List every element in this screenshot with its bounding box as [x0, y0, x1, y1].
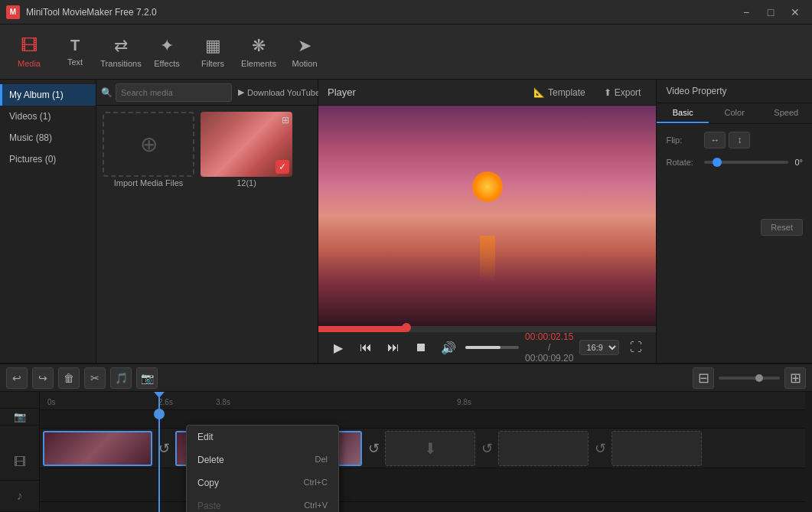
- volume-slider[interactable]: [465, 346, 519, 349]
- reset-button[interactable]: Reset: [761, 219, 803, 236]
- media-label: Media: [18, 59, 41, 68]
- video-sun-element: [472, 171, 503, 202]
- play-button[interactable]: ▶: [328, 337, 349, 358]
- toolbar-effects[interactable]: ✦ Effects: [144, 29, 190, 75]
- aspect-ratio-select[interactable]: 16:9 9:16 4:3 1:1: [579, 340, 619, 355]
- toolbar-text[interactable]: T Text: [52, 29, 98, 75]
- context-delete[interactable]: Delete Del: [187, 448, 338, 471]
- empty-arrow-1: ↺: [475, 431, 498, 466]
- context-menu: Edit Delete Del Copy Ctrl+C Paste Ctrl+V: [186, 425, 339, 512]
- media-toolbar: 🔍 ▶ Download YouTube Videos: [96, 80, 318, 106]
- empty-clip-3[interactable]: [611, 431, 702, 466]
- text-icon: T: [70, 37, 80, 54]
- snapshot-button[interactable]: 📷: [136, 367, 158, 389]
- elements-label: Elements: [241, 59, 276, 68]
- flip-horizontal-button[interactable]: ↔: [704, 132, 726, 148]
- transition-1[interactable]: ↺: [152, 431, 175, 466]
- template-button[interactable]: 📐 Template: [527, 84, 592, 101]
- sidebar-item-myalbum[interactable]: My Album (1): [0, 84, 96, 106]
- skip-forward-button[interactable]: ⏭: [383, 337, 404, 358]
- tab-basic[interactable]: Basic: [657, 103, 709, 123]
- app-title: MiniTool MovieMaker Free 7.2.0: [26, 7, 735, 18]
- time-separator: /: [548, 342, 550, 353]
- restore-button[interactable]: □: [760, 5, 781, 20]
- toolbar-elements[interactable]: ❋ Elements: [236, 29, 282, 75]
- toolbar-motion[interactable]: ➤ Motion: [282, 29, 328, 75]
- context-delete-shortcut: Del: [315, 455, 328, 465]
- template-icon: 📐: [533, 87, 545, 98]
- toolbar: 🎞 Media T Text ⇄ Transitions ✦ Effects ▦…: [0, 24, 812, 80]
- sidebar-item-music[interactable]: Music (88): [0, 127, 96, 148]
- close-button[interactable]: ✕: [784, 5, 806, 20]
- media-tile[interactable]: ⊞ ✓: [201, 112, 292, 177]
- tick-3-8s: 3.8s: [216, 398, 230, 406]
- video-clip-1[interactable]: [43, 431, 152, 466]
- music-icon: ♪: [17, 489, 23, 503]
- toolbar-media[interactable]: 🎞 Media: [6, 29, 52, 75]
- zoom-out-button[interactable]: ⊟: [693, 367, 714, 389]
- rotate-slider[interactable]: [704, 161, 788, 164]
- export-button[interactable]: ⬆ Export: [598, 84, 647, 101]
- zoom-in-button[interactable]: ⊞: [784, 367, 806, 389]
- player-progress-bar[interactable]: [318, 326, 656, 332]
- video-track: ↺ ↺ ⬇ ↺: [40, 429, 805, 468]
- audio-track: [40, 468, 805, 502]
- cut-button[interactable]: ✂: [84, 367, 106, 389]
- main-area: My Album (1) Videos (1) Music (88) Pictu…: [0, 80, 812, 363]
- effects-icon: ✦: [160, 36, 174, 56]
- video-reflection-element: [480, 236, 495, 282]
- sidebar-item-pictures[interactable]: Pictures (0): [0, 148, 96, 170]
- window-controls: − □ ✕: [735, 5, 806, 20]
- player-progress-thumb[interactable]: [402, 323, 411, 332]
- tab-color[interactable]: Color: [709, 103, 761, 123]
- player-actions: 📐 Template ⬆ Export: [527, 84, 647, 101]
- volume-button[interactable]: 🔊: [438, 337, 459, 358]
- media-panel: 🔍 ▶ Download YouTube Videos ⊕ Import Med…: [96, 80, 318, 363]
- props-content: Flip: ↔ ↕ Rotate: 0° Reset: [657, 124, 812, 243]
- media-check-mark: ✓: [276, 160, 289, 174]
- context-edit[interactable]: Edit: [187, 426, 338, 448]
- camera-icon: 📷: [14, 411, 26, 422]
- template-label: Template: [548, 87, 585, 98]
- text-label: Text: [67, 57, 83, 67]
- flip-vertical-button[interactable]: ↕: [729, 132, 750, 148]
- youtube-icon: ▶: [238, 87, 244, 97]
- export-label: Export: [615, 87, 641, 98]
- undo-button[interactable]: ↩: [6, 367, 28, 389]
- playhead[interactable]: [158, 392, 160, 512]
- flip-label: Flip:: [666, 135, 704, 145]
- fullscreen-button[interactable]: ⛶: [625, 337, 647, 358]
- sidebar-item-videos[interactable]: Videos (1): [0, 106, 96, 127]
- audio-button[interactable]: 🎵: [110, 367, 132, 389]
- context-delete-label: Delete: [197, 455, 224, 465]
- redo-button[interactable]: ↪: [32, 367, 54, 389]
- timeline-ruler: 0s 2.6s 3.8s 9.8s: [40, 392, 805, 410]
- context-copy-shortcut: Ctrl+C: [304, 478, 328, 488]
- toolbar-transitions[interactable]: ⇄ Transitions: [98, 29, 144, 75]
- context-copy[interactable]: Copy Ctrl+C: [187, 471, 338, 494]
- stop-button[interactable]: ⏹: [410, 337, 432, 358]
- context-paste-label: Paste: [197, 501, 221, 511]
- import-media-tile[interactable]: ⊕: [103, 112, 194, 177]
- empty-clip-1[interactable]: ⬇: [385, 431, 475, 466]
- minimize-button[interactable]: −: [735, 5, 757, 20]
- context-paste-shortcut: Ctrl+V: [304, 501, 328, 511]
- tab-speed[interactable]: Speed: [760, 103, 812, 123]
- timeline-track-icons: 📷 🎞 ♪: [0, 392, 40, 512]
- transition-2[interactable]: ↺: [362, 431, 385, 466]
- timeline-tracks: 0s 2.6s 3.8s 9.8s ↺: [40, 392, 812, 512]
- toolbar-filters[interactable]: ▦ Filters: [190, 29, 236, 75]
- media-icon: 🎞: [21, 36, 38, 56]
- skip-back-button[interactable]: ⏮: [355, 337, 377, 358]
- tick-0s: 0s: [47, 398, 56, 406]
- search-icon: 🔍: [101, 87, 113, 98]
- props-header: Video Property: [657, 80, 812, 103]
- delete-clip-button[interactable]: 🗑: [58, 367, 80, 389]
- import-icon: ⊕: [140, 132, 158, 157]
- filters-label: Filters: [201, 59, 224, 68]
- empty-clip-2[interactable]: [498, 431, 589, 466]
- rotate-thumb: [713, 158, 722, 167]
- zoom-slider[interactable]: [719, 377, 780, 380]
- elements-icon: ❋: [252, 36, 266, 56]
- search-input[interactable]: [116, 83, 232, 102]
